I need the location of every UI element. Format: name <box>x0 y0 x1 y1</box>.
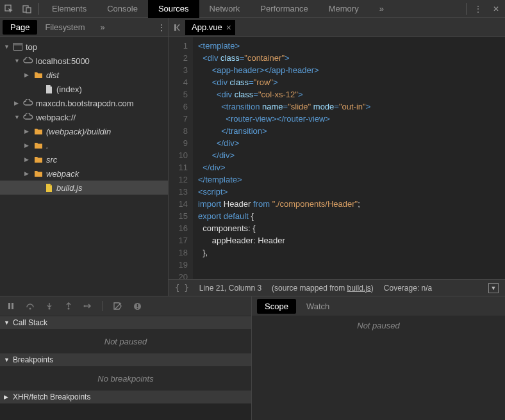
deactivate-breakpoints-icon[interactable] <box>111 299 125 313</box>
pause-icon[interactable] <box>4 299 18 313</box>
section-arrow-icon: ▼ <box>4 319 10 326</box>
expand-arrow-icon[interactable]: ▶ <box>24 142 31 149</box>
svg-rect-6 <box>8 303 10 309</box>
svg-point-10 <box>68 308 70 310</box>
cursor-position: Line 21, Column 3 <box>199 284 261 293</box>
devtools-tab-elements[interactable]: Elements <box>42 0 97 18</box>
svg-rect-7 <box>12 303 13 309</box>
tree-node-label: dist <box>46 70 59 80</box>
more-menu-icon[interactable]: ⋮ <box>469 0 487 18</box>
devtools-tab-memory[interactable]: Memory <box>319 0 369 18</box>
debugger-panel: ▼Call StackNot paused▼BreakpointsNo brea… <box>0 296 505 420</box>
devtools-tab-console[interactable]: Console <box>97 0 148 18</box>
tree-node[interactable]: ▶(webpack)/buildin <box>0 124 168 138</box>
overflow-tabs-button[interactable]: » <box>369 0 394 18</box>
navigator-overflow-button[interactable]: » <box>93 20 113 35</box>
tree-node-label: src <box>46 155 57 165</box>
tree-node-label: top <box>26 42 37 52</box>
close-tab-icon[interactable]: × <box>226 22 231 33</box>
expand-arrow-icon[interactable]: ▼ <box>14 58 21 64</box>
navigator-tab-page[interactable]: Page <box>3 20 37 35</box>
source-map-link[interactable]: build.js <box>347 284 370 293</box>
editor-panel: App.vue × 123456789101112131415161718192… <box>169 18 505 296</box>
code-content[interactable]: <template> <div class="container"> <app-… <box>193 37 376 279</box>
svg-rect-15 <box>137 308 138 309</box>
tree-node[interactable]: ▼webpack:// <box>0 110 168 124</box>
tree-node-label: build.js <box>56 183 82 193</box>
tree-node[interactable]: ▶dist <box>0 68 168 82</box>
step-over-icon[interactable] <box>23 299 37 313</box>
tree-node[interactable]: ▼top <box>0 40 168 54</box>
editor-tab-label: App.vue <box>192 22 222 32</box>
debug-section-header[interactable]: ▼Breakpoints <box>0 353 251 367</box>
navigator-panel: PageFilesystem » ⋮ ▼top▼localhost:5000▶d… <box>0 18 169 296</box>
tree-node-label: . <box>46 141 49 150</box>
devtools-tab-network[interactable]: Network <box>199 0 251 18</box>
code-editor[interactable]: 1234567891011121314151617181920 <templat… <box>169 37 505 279</box>
window-icon <box>13 42 23 52</box>
devtools-tab-sources[interactable]: Sources <box>148 0 199 18</box>
tree-node[interactable]: ▶webpack <box>0 166 168 181</box>
tree-node-label: maxcdn.bootstrapcdn.com <box>36 99 133 108</box>
svg-point-8 <box>29 308 31 310</box>
editor-tab-appvue[interactable]: App.vue × <box>185 20 235 35</box>
tree-node-label: webpack <box>46 169 79 179</box>
folder-icon <box>33 126 44 136</box>
svg-point-9 <box>49 308 51 310</box>
tree-node[interactable]: ▶maxcdn.bootstrapcdn.com <box>0 96 168 110</box>
expand-arrow-icon[interactable]: ▶ <box>14 100 21 106</box>
folder-icon <box>33 168 44 179</box>
inspect-icon[interactable] <box>0 0 18 18</box>
cloud-icon <box>23 112 33 122</box>
debug-toolbar <box>0 296 251 316</box>
tree-node[interactable]: ▼localhost:5000 <box>0 54 168 68</box>
step-icon[interactable] <box>81 299 95 313</box>
close-devtools-icon[interactable]: ✕ <box>487 0 505 18</box>
tree-node-label: (webpack)/buildin <box>46 127 111 136</box>
debug-section-body: No breakpoints <box>0 367 251 390</box>
step-out-icon[interactable] <box>62 299 76 313</box>
tree-node-label: webpack:// <box>36 113 76 122</box>
pretty-print-icon[interactable]: { } <box>175 284 189 293</box>
debug-section-header[interactable]: ▼Call Stack <box>0 316 251 330</box>
section-title: XHR/fetch Breakpoints <box>13 392 90 401</box>
folder-icon <box>33 154 44 165</box>
folder-icon <box>33 140 44 150</box>
nav-back-icon[interactable] <box>171 20 185 35</box>
tree-node[interactable]: (index) <box>0 82 168 96</box>
cloud-icon <box>23 56 33 66</box>
topbar-divider <box>38 3 39 15</box>
editor-tabs: App.vue × <box>169 18 505 37</box>
svg-rect-5 <box>174 24 176 31</box>
svg-rect-2 <box>26 8 31 13</box>
step-into-icon[interactable] <box>42 299 56 313</box>
scope-tab-watch[interactable]: Watch <box>299 299 337 314</box>
device-toggle-icon[interactable] <box>18 0 36 18</box>
expand-arrow-icon[interactable]: ▶ <box>24 72 31 78</box>
expand-arrow-icon[interactable]: ▶ <box>24 128 31 134</box>
expand-arrow-icon[interactable]: ▶ <box>24 156 31 163</box>
devtools-tab-performance[interactable]: Performance <box>250 0 318 18</box>
section-title: Call Stack <box>13 318 47 327</box>
debug-section-header[interactable]: ▶XHR/fetch Breakpoints <box>0 390 251 404</box>
navigator-tab-filesystem[interactable]: Filesystem <box>37 20 92 35</box>
expand-arrow-icon[interactable]: ▼ <box>14 114 21 120</box>
expand-arrow-icon[interactable]: ▼ <box>4 44 10 50</box>
tree-node-label: localhost:5000 <box>36 56 90 66</box>
coverage-toggle-icon[interactable]: ▼ <box>488 283 499 293</box>
svg-rect-14 <box>137 304 138 307</box>
tree-node-label: (index) <box>56 85 82 94</box>
pause-exceptions-icon[interactable] <box>130 299 144 313</box>
svg-rect-3 <box>14 44 22 51</box>
tree-node[interactable]: build.js <box>0 181 168 195</box>
tree-node[interactable]: ▶. <box>0 138 168 152</box>
tree-node[interactable]: ▶src <box>0 152 168 166</box>
file-icon <box>44 84 54 94</box>
file-tree[interactable]: ▼top▼localhost:5000▶dist(index)▶maxcdn.b… <box>0 37 168 296</box>
section-title: Breakpoints <box>13 355 53 364</box>
navigator-more-icon[interactable]: ⋮ <box>158 23 165 32</box>
scope-tab-scope[interactable]: Scope <box>257 299 296 314</box>
expand-arrow-icon[interactable]: ▶ <box>24 170 31 177</box>
debugger-left: ▼Call StackNot paused▼BreakpointsNo brea… <box>0 296 252 420</box>
navigator-tabs: PageFilesystem » ⋮ <box>0 18 168 37</box>
